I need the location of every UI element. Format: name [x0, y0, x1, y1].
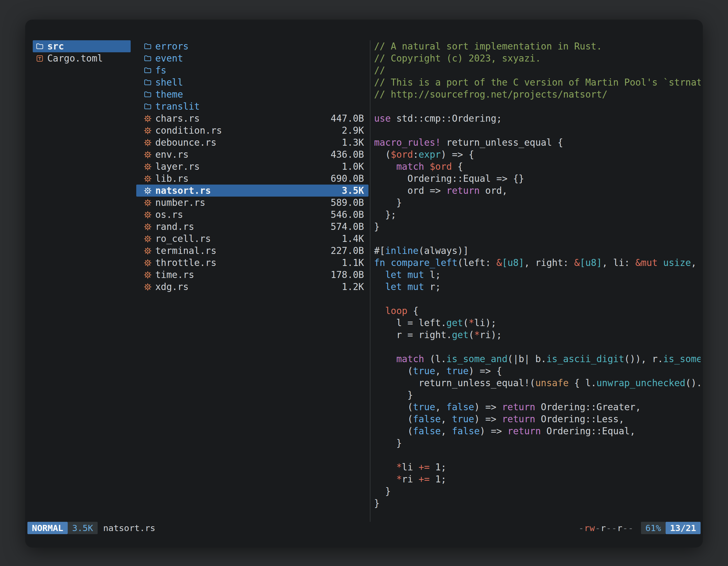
- rust-gear-icon: [144, 283, 152, 291]
- file-size: 1.0K: [342, 161, 364, 173]
- file-name: throttle.rs: [155, 257, 217, 269]
- file-size: 178.0B: [331, 269, 364, 281]
- file-row[interactable]: ro_cell.rs1.4K: [136, 233, 368, 245]
- file-name: chars.rs: [155, 112, 200, 125]
- code-line: l = left.get(*li);: [374, 317, 701, 329]
- code-line: // This is a port of the C version of Ma…: [374, 76, 701, 88]
- dir-row[interactable]: event: [136, 52, 368, 64]
- file-row[interactable]: xdg.rs1.2K: [136, 281, 368, 293]
- code-line: match (l.is_some_and(|b| b.is_ascii_digi…: [374, 353, 701, 365]
- pane-divider: [370, 40, 370, 522]
- file-size: 1.2K: [342, 281, 364, 293]
- rust-gear-icon: [144, 151, 152, 159]
- folder-icon: [144, 102, 152, 111]
- rust-gear-icon: [144, 139, 152, 147]
- file-name: debounce.rs: [155, 137, 217, 149]
- code-line: fn compare_left(left: &[u8], right: &[u8…: [374, 257, 701, 269]
- dir-row[interactable]: shell: [136, 76, 368, 88]
- status-bar: NORMAL 3.5K natsort.rs -rw-r--r-- 61% 13…: [27, 522, 701, 534]
- file-row[interactable]: env.rs436.0B: [136, 149, 368, 161]
- rust-gear-icon: [144, 175, 152, 183]
- code-line: #[inline(always)]: [374, 245, 701, 257]
- rust-gear-icon: [144, 126, 152, 135]
- code-line: }: [374, 221, 701, 233]
- current-pane: errorseventfsshellthemetranslitchars.rs4…: [136, 40, 368, 293]
- code-line: match $ord {: [374, 161, 701, 173]
- file-name: natsort.rs: [155, 185, 211, 197]
- folder-icon: [36, 42, 44, 51]
- code-line: let mut l;: [374, 269, 701, 281]
- file-row[interactable]: condition.rs2.9K: [136, 125, 368, 137]
- dir-row[interactable]: errors: [136, 40, 368, 52]
- file-name: event: [155, 52, 183, 64]
- file-row[interactable]: terminal.rs227.0B: [136, 245, 368, 257]
- code-line: [374, 293, 701, 305]
- dir-row[interactable]: theme: [136, 88, 368, 100]
- code-line: Ordering::Equal => {}: [374, 173, 701, 185]
- file-name: fs: [155, 64, 166, 76]
- code-line: }: [374, 485, 701, 497]
- file-row[interactable]: chars.rs447.0B: [136, 112, 368, 125]
- parent-pane: srcCargo.toml: [33, 40, 131, 64]
- file-name: translit: [155, 100, 200, 112]
- folder-icon: [144, 66, 152, 75]
- folder-icon: [144, 42, 152, 51]
- code-line: }: [374, 437, 701, 449]
- file-size: 1.3K: [342, 137, 364, 149]
- file-name: time.rs: [155, 269, 194, 281]
- file-size: 546.0B: [331, 209, 364, 221]
- folder-icon: [144, 90, 152, 99]
- code-line: }: [374, 197, 701, 209]
- code-line: // http://sourcefrog.net/projects/natsor…: [374, 88, 701, 100]
- code-line: [374, 233, 701, 245]
- file-name: lib.rs: [155, 173, 189, 185]
- file-name: condition.rs: [155, 125, 222, 137]
- file-size: 3.5K: [342, 185, 364, 197]
- file-row[interactable]: Cargo.toml: [33, 52, 131, 64]
- code-line: }: [374, 389, 701, 401]
- mode-indicator: NORMAL: [27, 522, 68, 534]
- file-name: src: [47, 40, 64, 52]
- code-line: let mut r;: [374, 281, 701, 293]
- code-line: [374, 125, 701, 137]
- code-line: return_unless_equal!(unsafe { l.unwrap_u…: [374, 377, 701, 389]
- folder-icon: [144, 54, 152, 63]
- file-row[interactable]: debounce.rs1.3K: [136, 137, 368, 149]
- file-row[interactable]: time.rs178.0B: [136, 269, 368, 281]
- file-row[interactable]: lib.rs690.0B: [136, 173, 368, 185]
- file-row[interactable]: throttle.rs1.1K: [136, 257, 368, 269]
- file-name: theme: [155, 88, 183, 100]
- scroll-percentage: 61%: [641, 522, 666, 534]
- file-size: 447.0B: [331, 112, 364, 125]
- file-row[interactable]: number.rs589.0B: [136, 197, 368, 209]
- file-row[interactable]: layer.rs1.0K: [136, 161, 368, 173]
- rust-gear-icon: [144, 114, 152, 123]
- dir-row[interactable]: src: [33, 40, 131, 52]
- file-row[interactable]: natsort.rs3.5K: [136, 185, 368, 197]
- file-row[interactable]: os.rs546.0B: [136, 209, 368, 221]
- dir-row[interactable]: translit: [136, 100, 368, 112]
- permissions: -rw-r--r--: [579, 523, 634, 533]
- code-line: //: [374, 64, 701, 76]
- file-row[interactable]: rand.rs574.0B: [136, 221, 368, 233]
- file-name: rand.rs: [155, 221, 194, 233]
- status-filename: natsort.rs: [103, 523, 156, 533]
- file-size: 1.1K: [342, 257, 364, 269]
- file-size: 690.0B: [331, 173, 364, 185]
- rust-gear-icon: [144, 211, 152, 219]
- file-size: 589.0B: [331, 197, 364, 209]
- cursor-position: 13/21: [666, 522, 701, 534]
- rust-gear-icon: [144, 187, 152, 195]
- code-line: use std::cmp::Ordering;: [374, 112, 701, 125]
- dir-row[interactable]: fs: [136, 64, 368, 76]
- code-line: };: [374, 209, 701, 221]
- file-size: 436.0B: [331, 149, 364, 161]
- code-line: (true, false) => return Ordering::Greate…: [374, 401, 701, 413]
- toml-icon: [36, 54, 44, 63]
- rust-gear-icon: [144, 163, 152, 171]
- code-line: loop {: [374, 305, 701, 317]
- file-name: number.rs: [155, 197, 205, 209]
- code-line: ord => return ord,: [374, 185, 701, 197]
- code-line: // Copyright (c) 2023, sxyazi.: [374, 52, 701, 64]
- file-size: 1.4K: [342, 233, 364, 245]
